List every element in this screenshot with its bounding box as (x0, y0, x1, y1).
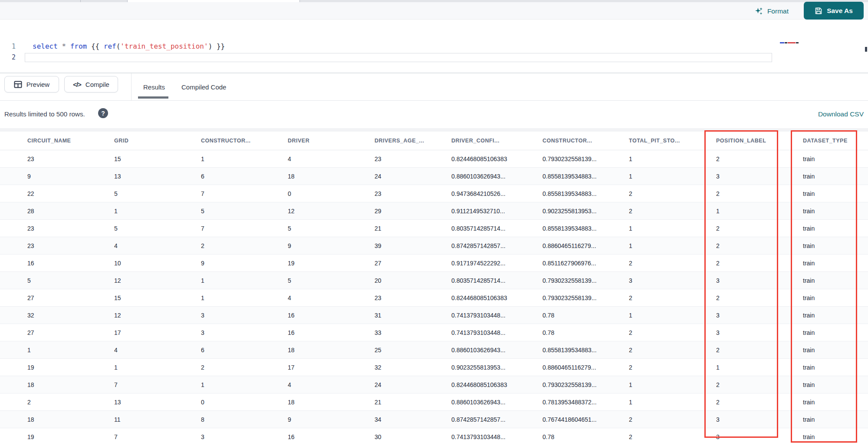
table-cell: 18 (27, 381, 114, 388)
sql-editor[interactable]: 1 2 select * from {{ ref('train_test_pos… (0, 20, 868, 73)
table-cell: 23 (375, 190, 451, 197)
table-cell: train (803, 294, 868, 301)
table-cell: 23 (27, 225, 114, 232)
table-cell: 5 (288, 225, 375, 232)
code-token: select (33, 42, 58, 50)
column-header: CONSTRUCTOR... (542, 138, 629, 144)
column-header: DRIVERS_AGE_... (375, 138, 451, 144)
table-cell: 2 (629, 364, 716, 371)
table-cell: 0.8742857142857... (451, 416, 542, 423)
code-token: {{ (91, 42, 104, 50)
table-cell: 0.7413793103448... (451, 312, 542, 319)
table-cell: 21 (375, 399, 451, 406)
table-cell: 1 (201, 381, 288, 388)
column-header: DATASET_TYPE (803, 138, 868, 144)
table-row: 14618250.8860103626943...0.8558139534883… (0, 341, 868, 359)
format-button[interactable]: Format (755, 6, 789, 17)
save-icon (815, 7, 822, 15)
table-cell: 0.8860103626943... (451, 173, 542, 180)
table-cell: 27 (27, 294, 114, 301)
line-number: 2 (8, 53, 16, 61)
table-cell: 18 (288, 399, 375, 406)
editor-toolbar: Format Save As (0, 2, 868, 20)
table-cell: 0.78 (542, 329, 629, 336)
table-cell: 0.78 (542, 312, 629, 319)
table-cell: 16 (27, 260, 114, 267)
table-cell: 2 (27, 399, 114, 406)
table-cell: 0.8558139534883... (542, 347, 629, 354)
results-table: CIRCUIT_NAMEGRIDCONSTRUCTOR...DRIVERDRIV… (0, 128, 868, 443)
table-cell: 16 (288, 433, 375, 440)
table-cell: 0.8860465116279... (542, 364, 629, 371)
compile-button[interactable]: </> Compile (64, 76, 118, 93)
table-cell: 2 (629, 260, 716, 267)
table-cell: 0.9473684210526... (451, 190, 542, 197)
table-cell: 1 (629, 173, 716, 180)
table-cell: 0.9112149532710... (451, 208, 542, 215)
table-cell: 7 (201, 190, 288, 197)
table-cell: 34 (375, 416, 451, 423)
code-token: ) (208, 42, 213, 50)
table-header-row: CIRCUIT_NAMEGRIDCONSTRUCTOR...DRIVERDRIV… (0, 132, 868, 150)
row-limit-text: Results limited to 500 rows. (4, 110, 85, 118)
table-cell: train (803, 312, 868, 319)
table-cell: 13 (114, 173, 201, 180)
tab-compiled-code[interactable]: Compiled Code (181, 83, 226, 91)
table-cell: 12 (114, 277, 201, 284)
table-row: 913618240.8860103626943...0.855813953488… (0, 168, 868, 185)
code-token: 'train_test_position' (120, 42, 208, 50)
table-cell: 24 (375, 381, 451, 388)
table-cell: 19 (27, 364, 114, 371)
table-cell: 9 (288, 416, 375, 423)
table-cell: train (803, 329, 868, 336)
table-cell: train (803, 433, 868, 440)
table-cell: 18 (288, 347, 375, 354)
download-csv-link[interactable]: Download CSV (818, 110, 864, 118)
table-cell: train (803, 277, 868, 284)
help-icon[interactable]: ? (98, 108, 108, 118)
table-cell: 0.8860103626943... (451, 399, 542, 406)
table-cell: 0.7813953488372... (542, 399, 629, 406)
code-token: }} (212, 42, 225, 50)
code-token: * (62, 42, 66, 50)
table-cell: 16 (288, 312, 375, 319)
table-cell: 3 (716, 329, 803, 336)
table-cell: train (803, 399, 868, 406)
table-row: 3212316310.7413793103448...0.7813train (0, 307, 868, 324)
table-cell: 0.7930232558139... (542, 381, 629, 388)
table-cell: 2 (716, 155, 803, 162)
dbt-ide-app: Format Save As 1 2 select * from {{ ref(… (0, 0, 868, 443)
table-cell: 2 (629, 416, 716, 423)
table-cell: 5 (201, 208, 288, 215)
table-cell: 0.7674418604651... (542, 416, 629, 423)
table-cell: 3 (716, 277, 803, 284)
table-cell: 3 (716, 173, 803, 180)
table-cell: 6 (201, 347, 288, 354)
tab-results[interactable]: Results (143, 83, 165, 91)
table-cell: 1 (629, 381, 716, 388)
preview-button[interactable]: Preview (4, 76, 59, 93)
table-cell: 4 (288, 155, 375, 162)
table-cell: 4 (288, 381, 375, 388)
column-header: CONSTRUCTOR... (201, 138, 288, 144)
table-cell: 20 (375, 277, 451, 284)
table-cell: 0.8035714285714... (451, 277, 542, 284)
table-cell: 2 (201, 242, 288, 249)
minimap-scroll-tick (865, 47, 867, 52)
table-cell: 5 (114, 225, 201, 232)
table-cell: 0.8742857142857... (451, 242, 542, 249)
table-cell: train (803, 155, 868, 162)
table-cell: 25 (375, 347, 451, 354)
table-cell: 3 (201, 312, 288, 319)
table-cell: 17 (114, 329, 201, 336)
table-cell: 11 (114, 416, 201, 423)
column-header: POSITION_LABEL (716, 138, 803, 144)
table-cell: 0.824468085106383 (451, 155, 542, 162)
table-cell: 0.8558139534883... (542, 173, 629, 180)
table-row: 51215200.8035714285714...0.7930232558139… (0, 272, 868, 289)
table-cell: 0.7930232558139... (542, 155, 629, 162)
column-header: TOTAL_PIT_STO... (629, 138, 716, 144)
table-cell: train (803, 173, 868, 180)
save-as-button[interactable]: Save As (804, 2, 864, 20)
table-cell: 16 (288, 329, 375, 336)
